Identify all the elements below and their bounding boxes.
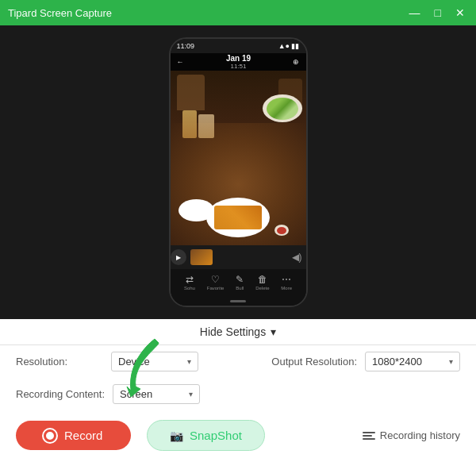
output-resolution-group: Output Resolution: 1080*2400 ▾ bbox=[271, 352, 460, 371]
resolution-dropdown[interactable]: Device ▾ bbox=[111, 352, 198, 371]
phone-gesture-bar bbox=[171, 294, 306, 307]
salad-inside bbox=[267, 98, 298, 120]
main-preview-area: 11:09 ▲● ▮▮ ← Jan 19 11:51 ⊕ bbox=[0, 25, 476, 319]
recording-content-label: Recording Content: bbox=[16, 388, 105, 400]
phone-image-area bbox=[171, 71, 306, 245]
record-button[interactable]: Record bbox=[16, 421, 131, 450]
sauce-inside bbox=[277, 227, 286, 234]
recording-content-dropdown[interactable]: Screen ▾ bbox=[113, 384, 200, 404]
phone-time: 11:09 bbox=[177, 42, 195, 50]
thumbnail-strip bbox=[190, 249, 213, 265]
recording-history-label: Recording history bbox=[380, 429, 460, 441]
output-resolution-label: Output Resolution: bbox=[271, 356, 357, 368]
maximize-button[interactable]: □ bbox=[432, 6, 444, 20]
plate-main bbox=[206, 198, 270, 237]
phone-status-icons: ▲● ▮▮ bbox=[278, 42, 300, 50]
history-line-1 bbox=[363, 432, 375, 433]
fries bbox=[214, 206, 262, 229]
phone-playback-controls: ▶ ◀) bbox=[171, 245, 306, 269]
drink-glass-2 bbox=[198, 114, 214, 138]
sauce-cup bbox=[274, 225, 289, 236]
resolution-row: Resolution: Device ▾ Output Resolution: … bbox=[0, 345, 476, 378]
plate-side bbox=[178, 199, 214, 221]
gesture-indicator bbox=[230, 300, 246, 302]
output-resolution-dropdown[interactable]: 1080*2400 ▾ bbox=[365, 352, 460, 371]
title-bar: Tipard Screen Capture — □ ✕ bbox=[0, 0, 476, 25]
food-scene bbox=[171, 71, 306, 245]
snapshot-button[interactable]: 📷 SnapShot bbox=[147, 420, 265, 451]
phone-date: Jan 19 bbox=[226, 54, 251, 63]
phone-mockup: 11:09 ▲● ▮▮ ← Jan 19 11:51 ⊕ bbox=[169, 37, 308, 307]
minimize-button[interactable]: — bbox=[406, 6, 424, 20]
phone-subdate: 11:51 bbox=[230, 63, 246, 70]
resolution-dropdown-arrow: ▾ bbox=[187, 357, 191, 366]
phone-settings-icon: ⊕ bbox=[293, 58, 299, 66]
output-resolution-value: 1080*2400 bbox=[372, 356, 422, 368]
app-title: Tipard Screen Capture bbox=[8, 7, 112, 19]
hide-settings-label: Hide Settings bbox=[200, 325, 266, 338]
recording-content-value: Screen bbox=[120, 388, 152, 400]
window-controls: — □ ✕ bbox=[406, 6, 468, 20]
resolution-value: Device bbox=[118, 356, 150, 368]
app-icon-bull: ✎ Bull bbox=[236, 274, 244, 291]
recording-content-dropdown-arrow: ▾ bbox=[189, 390, 193, 398]
recording-history-button[interactable]: Recording history bbox=[363, 429, 460, 441]
record-icon bbox=[44, 429, 56, 442]
drink-glass-1 bbox=[182, 110, 197, 138]
camera-icon: 📷 bbox=[170, 429, 183, 442]
resolution-label: Resolution: bbox=[16, 356, 103, 368]
hide-settings-bar[interactable]: Hide Settings ▾ bbox=[0, 319, 476, 345]
close-button[interactable]: ✕ bbox=[452, 6, 468, 20]
action-buttons-row: Record 📷 SnapShot Recording history bbox=[0, 410, 476, 458]
history-line-2 bbox=[363, 435, 372, 437]
app-icon-favorite: ♡ Favorite bbox=[207, 274, 225, 291]
history-icon bbox=[363, 432, 375, 440]
output-resolution-dropdown-arrow: ▾ bbox=[449, 357, 453, 366]
app-icon-sohu: ⇄ Sohu bbox=[184, 274, 195, 291]
play-button: ▶ bbox=[171, 249, 186, 265]
recording-content-row: Recording Content: Screen ▾ bbox=[0, 378, 476, 410]
phone-status-bar: 11:09 ▲● ▮▮ bbox=[171, 39, 306, 53]
volume-icon: ◀) bbox=[292, 252, 302, 263]
record-button-label: Record bbox=[64, 429, 102, 442]
chevron-down-icon: ▾ bbox=[271, 325, 276, 338]
chair-left bbox=[177, 75, 205, 110]
settings-panel: Hide Settings ▾ Resolution: Device ▾ Out… bbox=[0, 319, 476, 458]
salad-dish bbox=[263, 94, 302, 122]
app-icon-more: ⋯ More bbox=[281, 274, 292, 291]
phone-nav-bar: ← Jan 19 11:51 ⊕ bbox=[171, 53, 306, 71]
snapshot-button-label: SnapShot bbox=[190, 429, 242, 442]
phone-back-arrow: ← bbox=[177, 58, 184, 66]
app-icon-delete: 🗑 Delete bbox=[255, 274, 269, 291]
history-line-3 bbox=[363, 438, 375, 440]
phone-app-bar: ⇄ Sohu ♡ Favorite ✎ Bull 🗑 Delete ⋯ More bbox=[171, 269, 306, 294]
